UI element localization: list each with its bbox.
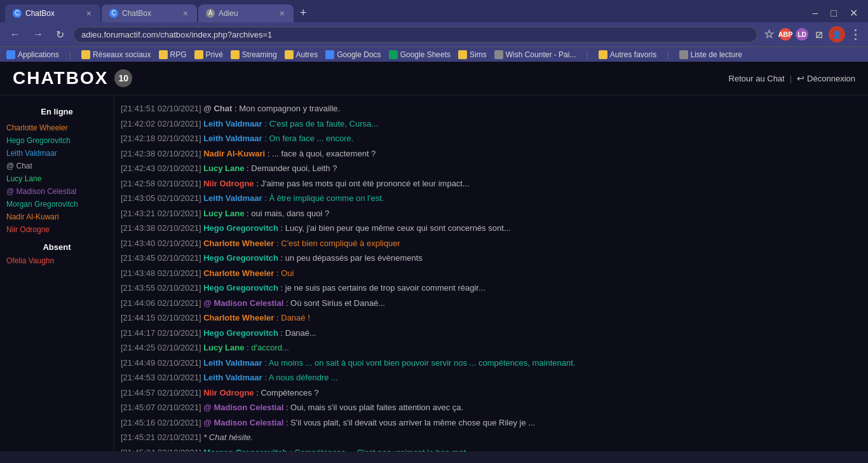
chat-messages-area[interactable]: [21:41:51 02/10/2021] @ Chat : Mon compa… <box>114 95 868 452</box>
tab-1[interactable]: C ChatBox × <box>5 4 100 22</box>
msg-1: [21:41:51 02/10/2021] @ Chat : Mon compa… <box>121 101 862 116</box>
bookmark-apps[interactable]: Applications <box>6 50 59 59</box>
new-tab-button[interactable]: + <box>295 4 312 22</box>
msg-19-author: Leith Valdmaar <box>203 373 262 382</box>
adblock-icon[interactable]: ABP <box>779 28 792 41</box>
msg-18-text: : Au moins ... on sait à quoi vont bien … <box>264 358 575 368</box>
msg-18: [21:44:49 02/10/2021] Leith Valdmaar : A… <box>121 356 862 371</box>
msg-10-author: Charlotte Wheeler <box>203 238 274 248</box>
msg-8-author: Lucy Lane <box>203 209 244 218</box>
window-controls: – □ ✕ <box>807 4 863 22</box>
streaming-favicon <box>231 50 240 59</box>
bookmark-autres-label: Autres <box>296 50 318 59</box>
liste-favicon <box>679 50 688 59</box>
close-button[interactable]: ✕ <box>844 4 863 22</box>
msg-8-text: : oui mais, dans quoi ? <box>247 209 329 218</box>
bookmark-sims[interactable]: Sims <box>458 50 487 59</box>
bookmark-wish[interactable]: Wish Counter - Pai... <box>494 50 576 59</box>
bookmark-gdocs[interactable]: Google Docs <box>325 50 381 59</box>
sidebar-user-leith[interactable]: Leith Valdmaar <box>0 147 114 160</box>
bookmark-rpg[interactable]: RPG <box>159 50 187 59</box>
tab-bar: C ChatBox × C ChatBox × A Adieu × + – □ … <box>0 0 868 22</box>
sidebar-user-charlotte[interactable]: Charlotte Wheeler <box>0 121 114 134</box>
msg-9-text: : Lucy, j'ai bien peur que même ceux qui… <box>281 223 511 233</box>
msg-24-time: [21:45:24 02/10/2021] <box>121 448 201 452</box>
browser-window: C ChatBox × C ChatBox × A Adieu × + – □ … <box>0 0 868 62</box>
sidebar-user-morgan[interactable]: Morgan Gregorovitch <box>0 198 114 211</box>
msg-23-action: * Chat hésite. <box>203 432 253 442</box>
refresh-button[interactable]: ↻ <box>52 27 68 42</box>
bookmark-autres-favoris[interactable]: Autres favoris <box>599 50 656 59</box>
deconnexion-button[interactable]: ↩ Déconnexion <box>797 73 855 83</box>
gsheets-favicon <box>389 50 398 59</box>
msg-5-author: Lucy Lane <box>203 163 244 173</box>
app-title: CHATBOX 10 <box>13 68 132 88</box>
tab-close-2[interactable]: × <box>182 8 189 18</box>
msg-2-author: Leith Valdmaar <box>203 119 262 128</box>
msg-24-author: Morgan Gregorovitch <box>203 448 287 452</box>
sidebar-user-ofelia[interactable]: Ofelia Vaughn <box>0 254 114 267</box>
msg-12-author: Charlotte Wheeler <box>203 268 274 278</box>
chat-messages-container: [21:41:51 02/10/2021] @ Chat : Mon compa… <box>114 99 868 452</box>
sidebar-user-hego[interactable]: Hego Gregorovitch <box>0 134 114 147</box>
browser-menu-icon[interactable]: ⋮ <box>849 28 862 41</box>
msg-13: [21:43:55 02/10/2021] Hego Gregorovitch … <box>121 280 862 296</box>
msg-16-author: Hego Gregorovitch <box>203 328 278 338</box>
sidebar-user-nadir[interactable]: Nadir Al-Kuwari <box>0 211 114 223</box>
msg-9-author: Hego Gregorovitch <box>203 223 278 233</box>
minimize-button[interactable]: – <box>807 5 823 22</box>
bookmark-gsheets[interactable]: Google Sheets <box>389 50 451 59</box>
msg-20: [21:44:57 02/10/2021] Niir Odrogne : Com… <box>121 385 862 401</box>
maximize-button[interactable]: □ <box>825 5 842 22</box>
sidebar-user-niir[interactable]: Niir Odrogne <box>0 223 114 236</box>
user-avatar[interactable]: 👤 <box>829 26 845 43</box>
en-ligne-title: En ligne <box>0 102 114 121</box>
tab-close-3[interactable]: × <box>278 8 286 18</box>
msg-1-text: : Mon compagnon y travaille. <box>234 104 340 113</box>
bookmarks-bar: Applications | Réseaux sociaux RPG Privé… <box>0 46 868 62</box>
sidebar-user-madison[interactable]: @ Madison Celestial <box>0 185 114 198</box>
ld-icon[interactable]: LD <box>796 28 808 41</box>
msg-14-time: [21:44:06 02/10/2021] <box>121 298 201 308</box>
bookmark-sims-label: Sims <box>470 50 487 59</box>
msg-24: [21:45:24 02/10/2021] Morgan Gregorovitc… <box>121 445 862 452</box>
bookmark-liste[interactable]: Liste de lecture <box>679 50 742 59</box>
msg-9: [21:43:38 02/10/2021] Hego Gregorovitch … <box>121 221 862 236</box>
back-button[interactable]: ← <box>6 27 24 41</box>
sidebar-user-chat[interactable]: @ Chat <box>0 160 114 172</box>
app-header: CHATBOX 10 Retour au Chat | ↩ Déconnexio… <box>0 62 868 95</box>
msg-15-author: Charlotte Wheeler <box>203 313 274 322</box>
app-container: CHATBOX 10 Retour au Chat | ↩ Déconnexio… <box>0 62 868 452</box>
extensions-icon[interactable]: ⧄ <box>812 28 825 41</box>
bookmark-reseaux[interactable]: Réseaux sociaux <box>81 50 151 59</box>
sidebar-user-lucy[interactable]: Lucy Lane <box>0 172 114 185</box>
tab-3[interactable]: A Adieu × <box>198 4 294 22</box>
msg-19: [21:44:53 02/10/2021] Leith Valdmaar : A… <box>121 370 862 385</box>
forward-button[interactable]: → <box>29 27 47 41</box>
autres-favoris-favicon <box>599 50 607 59</box>
msg-24-text: : Compétences ... C'est pas vraiment le … <box>290 448 470 452</box>
tab-close-1[interactable]: × <box>85 8 93 18</box>
msg-15-text: : Danaé ! <box>276 313 310 322</box>
msg-20-time: [21:44:57 02/10/2021] <box>121 388 201 397</box>
bookmark-autres[interactable]: Autres <box>285 50 318 59</box>
msg-4-author: Nadir Al-Kuwari <box>203 149 265 158</box>
bookmark-streaming[interactable]: Streaming <box>231 50 277 59</box>
msg-15-time: [21:44:15 02/10/2021] <box>121 313 201 322</box>
msg-7-author: Leith Valdmaar <box>203 193 262 203</box>
msg-23-time: [21:45:21 02/10/2021] <box>121 432 201 442</box>
msg-20-author: Niir Odrogne <box>203 388 254 397</box>
star-icon[interactable]: ☆ <box>763 28 775 41</box>
bookmark-prive-label: Privé <box>206 50 223 59</box>
msg-3: [21:42:18 02/10/2021] Leith Valdmaar : O… <box>121 131 862 146</box>
bookmark-prive[interactable]: Privé <box>194 50 223 59</box>
url-input[interactable] <box>73 27 757 43</box>
msg-6-author: Niir Odrogne <box>203 179 254 188</box>
msg-11-time: [21:43:45 02/10/2021] <box>121 253 201 263</box>
deconnexion-label: Déconnexion <box>807 74 855 83</box>
msg-5: [21:42:43 02/10/2021] Lucy Lane : Demand… <box>121 161 862 176</box>
tab-2[interactable]: C ChatBox × <box>102 4 197 22</box>
msg-2-time: [21:42:02 02/10/2021] <box>121 119 201 128</box>
msg-15: [21:44:15 02/10/2021] Charlotte Wheeler … <box>121 310 862 326</box>
retour-au-chat-button[interactable]: Retour au Chat <box>729 74 785 83</box>
